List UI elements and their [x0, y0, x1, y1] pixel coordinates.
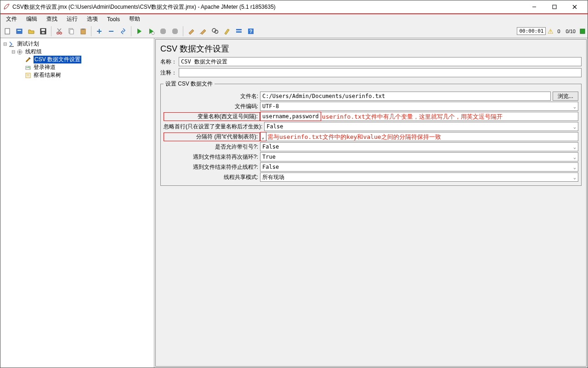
menu-file[interactable]: 文件: [3, 14, 20, 24]
tree-login[interactable]: 登录禅道: [34, 63, 56, 71]
browse-button[interactable]: 浏览...: [553, 92, 578, 101]
threadgroup-icon: [16, 48, 23, 56]
chevron-down-icon: ⌄: [573, 155, 576, 160]
new-icon[interactable]: [2, 26, 12, 36]
svg-rect-4: [5, 29, 10, 34]
menu-run[interactable]: 运行: [64, 14, 80, 24]
filename-input[interactable]: [260, 92, 551, 101]
svg-point-21: [152, 32, 154, 34]
properties-pane: CSV 数据文件设置 名称： 注释： 设置 CSV 数据文件 文件名: 浏览..…: [154, 38, 588, 368]
delimiter-input[interactable]: ,: [260, 132, 266, 141]
menu-help[interactable]: 帮助: [126, 14, 143, 24]
thread-count: 0/10: [566, 29, 576, 34]
function-helper-icon[interactable]: [234, 26, 244, 36]
stop-label: 遇到文件结束符停止线程?:: [164, 163, 260, 171]
filename-label: 文件名:: [164, 92, 260, 100]
svg-rect-6: [17, 30, 21, 31]
clear-icon[interactable]: [186, 26, 196, 36]
reset-search-icon[interactable]: [222, 26, 232, 36]
menu-options[interactable]: 选项: [84, 14, 101, 24]
encoding-combo[interactable]: UTF-8 ⌄: [260, 102, 578, 111]
error-count: 0: [557, 29, 560, 34]
minimize-button[interactable]: [524, 1, 544, 12]
tree-twisty[interactable]: ⊟: [2, 41, 8, 46]
varnames-field-rest[interactable]: userinfo.txt文件中有几个变量，这里就写几个，用英文逗号隔开: [321, 112, 578, 121]
expand-icon[interactable]: [94, 26, 104, 36]
varnames-label: 变量名称(西文逗号间隔):: [164, 112, 260, 121]
copy-icon[interactable]: [66, 26, 76, 36]
chevron-down-icon: ⌄: [573, 165, 576, 170]
warning-icon[interactable]: ⚠: [548, 28, 554, 35]
ignorefirst-combo[interactable]: False ⌄: [264, 122, 578, 131]
svg-rect-35: [26, 73, 30, 78]
sharing-value: 所有现场: [262, 173, 284, 181]
panel-title: CSV 数据文件设置: [160, 43, 582, 54]
viewresults-icon: [24, 72, 32, 79]
tree-testplan[interactable]: 测试计划: [17, 40, 39, 48]
tree-csv-config[interactable]: CSV 数据文件设置: [34, 56, 81, 63]
comment-input[interactable]: [179, 68, 582, 77]
svg-rect-29: [9, 46, 14, 47]
maximize-button[interactable]: [544, 1, 565, 12]
cut-icon[interactable]: [54, 26, 64, 36]
svg-rect-28: [580, 29, 585, 34]
tree-panel[interactable]: ⊟ 测试计划 ⊟ 线程组 CSV 数据文件设置 登录禅道 察看结果树: [0, 38, 154, 368]
templates-icon[interactable]: [14, 26, 24, 36]
tree-threadgroup[interactable]: 线程组: [25, 48, 42, 56]
toolbar: ? 00:00:01 ⚠ 0 0/10: [0, 24, 588, 38]
paste-icon[interactable]: [78, 26, 88, 36]
ignorefirst-label: 忽略首行(只在设置了变量名称后才生效):: [164, 123, 264, 131]
svg-point-11: [60, 32, 62, 34]
clear-all-icon[interactable]: [198, 26, 208, 36]
tree-view-results[interactable]: 察看结果树: [34, 71, 61, 79]
svg-rect-5: [17, 29, 22, 34]
sampler-icon: [24, 64, 32, 71]
quoted-combo[interactable]: False ⌄: [260, 142, 578, 151]
title-bar: CSV数据文件设置.jmx (C:\Users\Admin\Documents\…: [0, 0, 588, 13]
run-icon[interactable]: [134, 26, 144, 36]
menu-tools[interactable]: Tools: [104, 15, 123, 23]
chevron-down-icon: ⌄: [573, 124, 576, 129]
shutdown-icon[interactable]: [170, 26, 180, 36]
delimiter-field-rest[interactable]: 需与userinfo.txt文件中的key和value之间的分隔符保持一致: [266, 132, 578, 141]
annotation-delimiter: 需与userinfo.txt文件中的key和value之间的分隔符保持一致: [267, 133, 441, 141]
sharing-combo[interactable]: 所有现场 ⌄: [260, 172, 578, 182]
svg-text:?: ?: [249, 29, 252, 34]
stop-icon[interactable]: [158, 26, 168, 36]
name-input[interactable]: [179, 57, 582, 66]
collapse-icon[interactable]: [106, 26, 116, 36]
run-no-pause-icon[interactable]: [146, 26, 156, 36]
save-icon[interactable]: [38, 26, 48, 36]
tree-twisty[interactable]: ⊟: [11, 49, 16, 54]
svg-rect-17: [82, 29, 85, 30]
quoted-value: False: [262, 144, 279, 150]
recycle-label: 遇到文件结束符再次循环?:: [164, 153, 260, 161]
menu-edit[interactable]: 编辑: [23, 14, 40, 24]
svg-rect-24: [236, 29, 242, 30]
close-button[interactable]: [565, 1, 585, 12]
annotation-varnames: userinfo.txt文件中有几个变量，这里就写几个，用英文逗号隔开: [322, 113, 503, 121]
chevron-down-icon: ⌄: [573, 144, 576, 150]
svg-rect-15: [70, 29, 74, 34]
window-title: CSV数据文件设置.jmx (C:\Users\Admin\Documents\…: [12, 3, 524, 11]
svg-rect-1: [553, 5, 556, 9]
delimiter-label: 分隔符 (用'\t'代替制表符):: [164, 132, 260, 141]
svg-rect-8: [41, 29, 45, 31]
stop-combo[interactable]: False ⌄: [260, 162, 578, 172]
search-icon[interactable]: [210, 26, 220, 36]
recycle-combo[interactable]: True ⌄: [260, 152, 578, 161]
varnames-input[interactable]: username,password: [260, 112, 321, 121]
name-label: 名称：: [160, 58, 179, 66]
sharing-label: 线程共享模式:: [164, 173, 260, 181]
encoding-value: UTF-8: [262, 103, 279, 109]
open-icon[interactable]: [26, 26, 36, 36]
testplan-icon: [8, 40, 15, 48]
quoted-label: 是否允许带引号?:: [164, 143, 260, 151]
toggle-icon[interactable]: [118, 26, 128, 36]
csvconfig-icon: [24, 56, 32, 63]
help-icon[interactable]: ?: [246, 26, 256, 36]
status-led: [579, 28, 586, 34]
menu-search[interactable]: 查找: [44, 14, 60, 24]
recycle-value: True: [262, 154, 276, 160]
chevron-down-icon: ⌄: [573, 104, 576, 109]
